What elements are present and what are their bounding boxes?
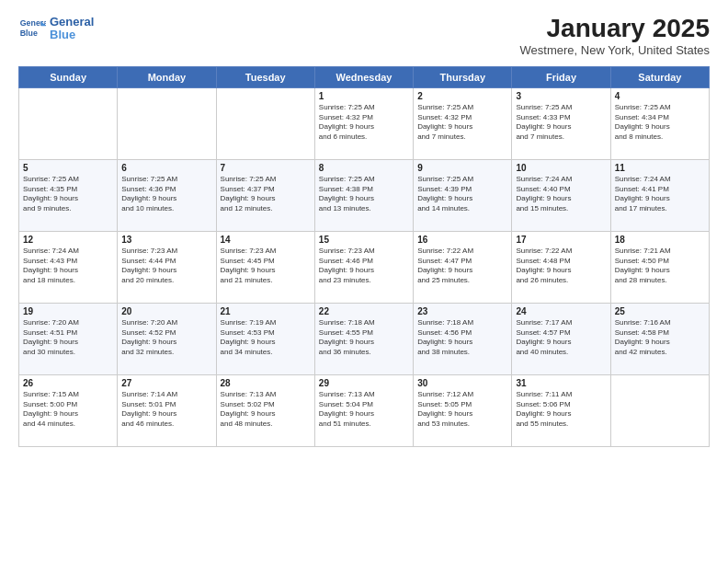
day-number: 9 bbox=[417, 163, 507, 173]
day-number: 17 bbox=[516, 235, 606, 245]
calendar-week-row: 19Sunrise: 7:20 AM Sunset: 4:51 PM Dayli… bbox=[19, 303, 710, 374]
calendar-cell: 4Sunrise: 7:25 AM Sunset: 4:34 PM Daylig… bbox=[610, 87, 709, 159]
calendar-cell: 2Sunrise: 7:25 AM Sunset: 4:32 PM Daylig… bbox=[414, 87, 512, 159]
day-number: 12 bbox=[23, 235, 113, 245]
calendar-cell: 28Sunrise: 7:13 AM Sunset: 5:02 PM Dayli… bbox=[216, 374, 314, 446]
calendar-cell: 19Sunrise: 7:20 AM Sunset: 4:51 PM Dayli… bbox=[19, 303, 118, 374]
calendar-cell: 26Sunrise: 7:15 AM Sunset: 5:00 PM Dayli… bbox=[19, 374, 118, 446]
day-number: 15 bbox=[319, 235, 409, 245]
day-number: 22 bbox=[319, 306, 409, 316]
day-number: 30 bbox=[417, 378, 507, 388]
weekday-header: Sunday bbox=[19, 66, 118, 87]
logo: General Blue General Blue bbox=[18, 15, 94, 42]
calendar-cell: 3Sunrise: 7:25 AM Sunset: 4:33 PM Daylig… bbox=[512, 87, 610, 159]
day-number: 24 bbox=[516, 306, 606, 316]
day-detail: Sunrise: 7:20 AM Sunset: 4:52 PM Dayligh… bbox=[121, 318, 211, 358]
calendar-cell: 30Sunrise: 7:12 AM Sunset: 5:05 PM Dayli… bbox=[414, 374, 512, 446]
calendar-cell: 12Sunrise: 7:24 AM Sunset: 4:43 PM Dayli… bbox=[19, 231, 118, 303]
calendar-cell: 6Sunrise: 7:25 AM Sunset: 4:36 PM Daylig… bbox=[118, 159, 216, 231]
day-detail: Sunrise: 7:18 AM Sunset: 4:56 PM Dayligh… bbox=[417, 318, 507, 358]
calendar-cell bbox=[118, 87, 216, 159]
day-number: 19 bbox=[23, 306, 113, 316]
location: Westmere, New York, United States bbox=[520, 43, 710, 57]
day-number: 27 bbox=[121, 378, 211, 388]
calendar-cell bbox=[19, 87, 118, 159]
day-detail: Sunrise: 7:21 AM Sunset: 4:50 PM Dayligh… bbox=[615, 247, 705, 286]
day-number: 23 bbox=[417, 306, 507, 316]
calendar-cell: 31Sunrise: 7:11 AM Sunset: 5:06 PM Dayli… bbox=[512, 374, 610, 446]
day-detail: Sunrise: 7:15 AM Sunset: 5:00 PM Dayligh… bbox=[23, 390, 113, 430]
logo-text-blue: Blue bbox=[50, 29, 94, 41]
day-detail: Sunrise: 7:24 AM Sunset: 4:40 PM Dayligh… bbox=[516, 175, 606, 214]
svg-text:Blue: Blue bbox=[20, 29, 38, 38]
day-detail: Sunrise: 7:19 AM Sunset: 4:53 PM Dayligh… bbox=[221, 318, 311, 358]
calendar-table: SundayMondayTuesdayWednesdayThursdayFrid… bbox=[18, 66, 710, 447]
day-number: 7 bbox=[221, 163, 311, 173]
calendar-cell: 29Sunrise: 7:13 AM Sunset: 5:04 PM Dayli… bbox=[314, 374, 413, 446]
day-detail: Sunrise: 7:12 AM Sunset: 5:05 PM Dayligh… bbox=[417, 390, 507, 430]
day-number: 16 bbox=[417, 235, 507, 245]
day-number: 28 bbox=[221, 378, 311, 388]
day-detail: Sunrise: 7:25 AM Sunset: 4:35 PM Dayligh… bbox=[23, 175, 113, 214]
day-detail: Sunrise: 7:22 AM Sunset: 4:47 PM Dayligh… bbox=[417, 247, 507, 286]
weekday-header: Friday bbox=[512, 66, 610, 87]
day-number: 8 bbox=[319, 163, 409, 173]
day-detail: Sunrise: 7:23 AM Sunset: 4:44 PM Dayligh… bbox=[121, 247, 211, 286]
weekday-header: Thursday bbox=[414, 66, 512, 87]
day-number: 20 bbox=[121, 306, 211, 316]
day-detail: Sunrise: 7:17 AM Sunset: 4:57 PM Dayligh… bbox=[516, 318, 606, 358]
logo-text-general: General bbox=[50, 16, 94, 29]
calendar-cell bbox=[216, 87, 314, 159]
calendar-cell: 8Sunrise: 7:25 AM Sunset: 4:38 PM Daylig… bbox=[314, 159, 413, 231]
weekday-header-row: SundayMondayTuesdayWednesdayThursdayFrid… bbox=[19, 66, 710, 87]
day-detail: Sunrise: 7:20 AM Sunset: 4:51 PM Dayligh… bbox=[23, 318, 113, 358]
day-detail: Sunrise: 7:25 AM Sunset: 4:36 PM Dayligh… bbox=[121, 175, 211, 214]
calendar-cell: 24Sunrise: 7:17 AM Sunset: 4:57 PM Dayli… bbox=[512, 303, 610, 374]
calendar-cell: 5Sunrise: 7:25 AM Sunset: 4:35 PM Daylig… bbox=[19, 159, 118, 231]
day-number: 18 bbox=[615, 235, 705, 245]
calendar-cell: 20Sunrise: 7:20 AM Sunset: 4:52 PM Dayli… bbox=[118, 303, 216, 374]
day-detail: Sunrise: 7:25 AM Sunset: 4:32 PM Dayligh… bbox=[417, 103, 507, 143]
calendar-cell: 15Sunrise: 7:23 AM Sunset: 4:46 PM Dayli… bbox=[314, 231, 413, 303]
calendar-cell: 21Sunrise: 7:19 AM Sunset: 4:53 PM Dayli… bbox=[216, 303, 314, 374]
day-number: 3 bbox=[516, 91, 606, 101]
day-detail: Sunrise: 7:13 AM Sunset: 5:04 PM Dayligh… bbox=[319, 390, 409, 430]
calendar-cell: 17Sunrise: 7:22 AM Sunset: 4:48 PM Dayli… bbox=[512, 231, 610, 303]
day-detail: Sunrise: 7:23 AM Sunset: 4:46 PM Dayligh… bbox=[319, 247, 409, 286]
calendar-cell: 11Sunrise: 7:24 AM Sunset: 4:41 PM Dayli… bbox=[610, 159, 709, 231]
calendar-cell: 23Sunrise: 7:18 AM Sunset: 4:56 PM Dayli… bbox=[414, 303, 512, 374]
day-detail: Sunrise: 7:13 AM Sunset: 5:02 PM Dayligh… bbox=[221, 390, 311, 430]
day-number: 31 bbox=[516, 378, 606, 388]
weekday-header: Wednesday bbox=[314, 66, 413, 87]
weekday-header: Monday bbox=[118, 66, 216, 87]
day-number: 13 bbox=[121, 235, 211, 245]
day-detail: Sunrise: 7:25 AM Sunset: 4:39 PM Dayligh… bbox=[417, 175, 507, 214]
calendar-cell: 1Sunrise: 7:25 AM Sunset: 4:32 PM Daylig… bbox=[314, 87, 413, 159]
day-detail: Sunrise: 7:25 AM Sunset: 4:38 PM Dayligh… bbox=[319, 175, 409, 214]
calendar-cell: 10Sunrise: 7:24 AM Sunset: 4:40 PM Dayli… bbox=[512, 159, 610, 231]
header: General Blue General Blue January 2025 W… bbox=[18, 15, 710, 57]
month-title: January 2025 bbox=[520, 15, 710, 43]
title-block: January 2025 Westmere, New York, United … bbox=[520, 15, 710, 57]
page: General Blue General Blue January 2025 W… bbox=[0, 0, 728, 563]
calendar-week-row: 5Sunrise: 7:25 AM Sunset: 4:35 PM Daylig… bbox=[19, 159, 710, 231]
weekday-header: Saturday bbox=[610, 66, 709, 87]
day-detail: Sunrise: 7:25 AM Sunset: 4:37 PM Dayligh… bbox=[221, 175, 311, 214]
day-detail: Sunrise: 7:23 AM Sunset: 4:45 PM Dayligh… bbox=[221, 247, 311, 286]
day-number: 2 bbox=[417, 91, 507, 101]
calendar-cell: 13Sunrise: 7:23 AM Sunset: 4:44 PM Dayli… bbox=[118, 231, 216, 303]
day-number: 11 bbox=[615, 163, 705, 173]
logo-icon: General Blue bbox=[18, 15, 46, 42]
calendar-week-row: 1Sunrise: 7:25 AM Sunset: 4:32 PM Daylig… bbox=[19, 87, 710, 159]
day-number: 26 bbox=[23, 378, 113, 388]
calendar-cell: 27Sunrise: 7:14 AM Sunset: 5:01 PM Dayli… bbox=[118, 374, 216, 446]
calendar-cell: 16Sunrise: 7:22 AM Sunset: 4:47 PM Dayli… bbox=[414, 231, 512, 303]
day-number: 5 bbox=[23, 163, 113, 173]
day-number: 29 bbox=[319, 378, 409, 388]
calendar-cell: 9Sunrise: 7:25 AM Sunset: 4:39 PM Daylig… bbox=[414, 159, 512, 231]
calendar-cell: 25Sunrise: 7:16 AM Sunset: 4:58 PM Dayli… bbox=[610, 303, 709, 374]
day-number: 1 bbox=[319, 91, 409, 101]
day-detail: Sunrise: 7:25 AM Sunset: 4:34 PM Dayligh… bbox=[615, 103, 705, 143]
calendar-week-row: 12Sunrise: 7:24 AM Sunset: 4:43 PM Dayli… bbox=[19, 231, 710, 303]
day-detail: Sunrise: 7:24 AM Sunset: 4:41 PM Dayligh… bbox=[615, 175, 705, 214]
